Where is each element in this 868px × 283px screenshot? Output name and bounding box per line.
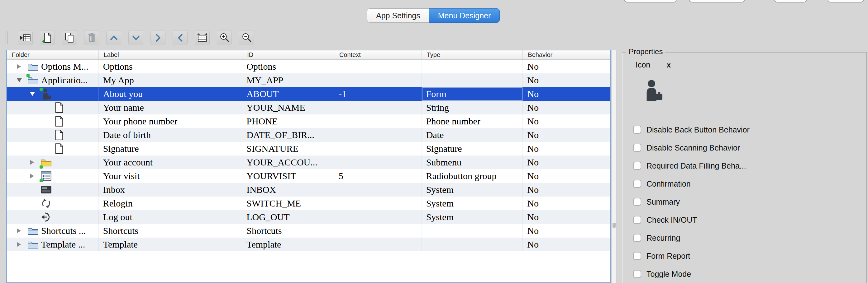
toolbar: [0, 28, 868, 47]
clipped-control[interactable]: [774, 0, 807, 2]
expander-collapsed-icon[interactable]: [30, 174, 34, 178]
copy-item-button[interactable]: [62, 30, 77, 45]
cell-folder: [7, 114, 99, 128]
cell-folder: Applicatio...: [7, 73, 99, 87]
cell-context: [334, 73, 422, 87]
cell-context: [334, 128, 422, 142]
checkbox-disable-scanning-behavior[interactable]: Disable Scanning Behavior: [633, 139, 750, 157]
cell-behavior: No: [523, 224, 610, 238]
checkbox-summary[interactable]: Summary: [633, 193, 750, 211]
column-header-label[interactable]: Label: [99, 50, 242, 60]
person-icon: [40, 88, 52, 100]
expander-collapsed-icon[interactable]: [17, 64, 21, 69]
table-row[interactable]: About youABOUT-1FormNo: [7, 87, 610, 101]
cell-label: Signature: [99, 142, 242, 155]
cell-label: Inbox: [99, 183, 242, 197]
tab-menu-designer[interactable]: Menu Designer: [429, 8, 500, 23]
checkbox-disable-back-button-behavior[interactable]: Disable Back Button Behavior: [633, 121, 750, 139]
table-row[interactable]: InboxINBOXSystemNo: [7, 183, 610, 197]
document-icon: [54, 102, 65, 113]
folder-blue-icon: [27, 61, 39, 72]
cell-folder: [7, 128, 99, 142]
table-row[interactable]: SignatureSIGNATURESignatureNo: [7, 142, 610, 155]
clipped-control[interactable]: [828, 0, 864, 2]
folder-blue-icon: [27, 75, 39, 86]
cell-label: Log out: [99, 210, 242, 224]
checkbox-icon: [633, 144, 641, 152]
checkbox-icon: [633, 126, 641, 134]
folder-node-label: Options M...: [41, 60, 89, 73]
table-row[interactable]: Options M...OptionsOptionsNo: [7, 60, 610, 73]
modified-indicator-dot: [39, 88, 43, 91]
checkbox-label: Recurring: [647, 234, 680, 243]
checkbox-icon: [633, 234, 641, 242]
cell-id: INBOX: [242, 183, 334, 197]
move-left-button[interactable]: [173, 30, 188, 45]
add-item-button[interactable]: [40, 30, 55, 45]
cell-id: Options: [242, 60, 334, 73]
menu-tree-table: Folder Label ID Context Type Behavior Op…: [6, 50, 611, 283]
table-row[interactable]: Your nameYOUR_NAMEStringNo: [7, 101, 610, 114]
cell-behavior: No: [523, 73, 610, 87]
document-icon: [54, 116, 65, 127]
form-icon-preview[interactable]: [643, 79, 663, 101]
table-row[interactable]: Template ...TemplateTemplateNo: [7, 238, 610, 251]
table-row[interactable]: Your visitYOURVISIT5Radiobutton groupNo: [7, 169, 610, 183]
expander-collapsed-icon[interactable]: [17, 228, 21, 233]
logout-icon: [40, 211, 52, 223]
checkbox-toggle-mode[interactable]: Toggle Mode: [633, 265, 750, 283]
tab-app-settings[interactable]: App Settings: [367, 8, 429, 23]
expander-collapsed-icon[interactable]: [17, 242, 21, 247]
column-header-folder[interactable]: Folder: [7, 50, 99, 60]
table-row[interactable]: Applicatio...My AppMY_APPNo: [7, 73, 610, 87]
delete-item-button[interactable]: [84, 30, 99, 45]
column-header-id[interactable]: ID: [242, 50, 334, 60]
checkbox-icon: [633, 162, 641, 170]
cell-behavior: No: [523, 155, 610, 169]
cell-behavior: No: [523, 101, 610, 114]
zoom-in-button[interactable]: [217, 30, 232, 45]
table-row[interactable]: ReloginSWITCH_MESystemNo: [7, 197, 610, 210]
table-row[interactable]: Your accountYOUR_ACCOU...SubmenuNo: [7, 155, 610, 169]
checkbox-form-report[interactable]: Form Report: [633, 247, 750, 265]
expander-expanded-icon[interactable]: [30, 92, 35, 96]
cell-behavior: No: [523, 114, 610, 128]
move-down-button[interactable]: [128, 30, 143, 45]
vertical-scrollbar[interactable]: [612, 50, 617, 283]
table-header: Folder Label ID Context Type Behavior: [7, 50, 610, 60]
checkbox-check-in-out[interactable]: Check IN/OUT: [633, 211, 750, 229]
cell-context: [334, 142, 422, 155]
expander-expanded-icon[interactable]: [17, 78, 22, 82]
table-row[interactable]: Shortcuts ...ShortcutsShortcutsNo: [7, 224, 610, 238]
table-row[interactable]: Date of birthDATE_OF_BIR...DateNo: [7, 128, 610, 142]
chevron-down-icon: [130, 32, 142, 43]
toolbar-grip[interactable]: [6, 31, 8, 44]
move-right-button[interactable]: [151, 30, 165, 45]
table-row[interactable]: Your phone numberPHONEPhone numberNo: [7, 114, 610, 128]
cell-behavior: No: [523, 210, 610, 224]
clipped-control[interactable]: [624, 0, 677, 2]
fit-columns-button[interactable]: [195, 30, 210, 45]
cell-folder: [7, 142, 99, 155]
open-menu-table-button[interactable]: [18, 30, 33, 45]
cell-type: System: [422, 210, 523, 224]
checkbox-confirmation[interactable]: Confirmation: [633, 175, 750, 193]
checkbox-recurring[interactable]: Recurring: [633, 229, 750, 247]
cell-type: [422, 73, 523, 87]
zoom-out-button[interactable]: [239, 30, 254, 45]
column-header-type[interactable]: Type: [422, 50, 523, 60]
column-header-behavior[interactable]: Behavior: [523, 50, 610, 60]
move-up-button[interactable]: [106, 30, 121, 45]
folder-node-label: Shortcuts ...: [41, 224, 86, 238]
table-row[interactable]: Log outLOG_OUTSystemNo: [7, 210, 610, 224]
scrollbar-thumb[interactable]: [613, 223, 616, 227]
cell-label: Your visit: [99, 169, 242, 183]
chevron-up-icon: [108, 32, 120, 43]
icon-clear-button[interactable]: x: [667, 61, 671, 69]
column-header-context[interactable]: Context: [334, 50, 422, 60]
expander-collapsed-icon[interactable]: [30, 160, 34, 165]
properties-title: Properties: [626, 47, 665, 56]
clipped-control[interactable]: [689, 0, 745, 2]
cell-id: Shortcuts: [242, 224, 334, 238]
checkbox-required-data-filling-beha[interactable]: Required Data Filling Beha...: [633, 157, 750, 175]
